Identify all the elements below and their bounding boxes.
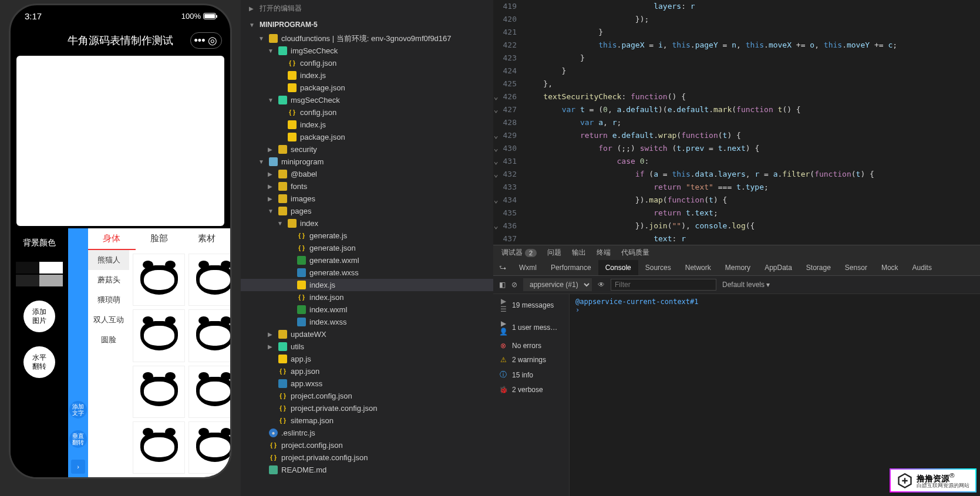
sticker-category[interactable]: 圆脸	[88, 330, 129, 350]
devtools-tab-memory[interactable]: Memory	[718, 260, 757, 275]
devtools-tab-console[interactable]: Console	[598, 260, 638, 275]
console-output[interactable]: @appservice-current-context#1 ›	[570, 294, 980, 496]
sticker-item[interactable]	[188, 421, 230, 474]
verbose-count[interactable]: 🐞2 verbose	[493, 383, 569, 397]
bg-swatches[interactable]	[16, 262, 63, 286]
file-tree-item[interactable]: generate.wxss	[241, 266, 493, 279]
horizontal-flip-button[interactable]: 水平翻转	[23, 346, 55, 378]
console-filter-input[interactable]	[611, 279, 716, 291]
sticker-category[interactable]: 猥琐萌	[88, 290, 129, 310]
sticker-grid[interactable]	[129, 250, 230, 477]
file-tree-item[interactable]: { }generate.js	[241, 230, 493, 242]
file-tree-item[interactable]: ▶updateWX	[241, 328, 493, 340]
file-tree-item[interactable]: { }project.private.config.json	[241, 402, 493, 414]
console-sidebar[interactable]: ▶ ☰19 messages ▶ 👤1 user mess… ⊗No error…	[493, 294, 570, 496]
file-tree-item[interactable]: { }index.json	[241, 291, 493, 303]
file-tree-item[interactable]: ▶images	[241, 193, 493, 205]
code-body[interactable]: layers: r }); } this.pageX = i, this.pag…	[525, 0, 980, 245]
file-tree-item[interactable]: { }sitemap.json	[241, 414, 493, 427]
file-tree-item[interactable]: ▶security	[241, 143, 493, 156]
file-tree-item[interactable]: ▶fonts	[241, 180, 493, 193]
clear-console-icon[interactable]: ⊘	[511, 281, 517, 289]
devtools-tab-performance[interactable]: Performance	[544, 260, 598, 275]
sticker-item[interactable]	[133, 309, 185, 362]
devtools-panel-tabs[interactable]: ⮑ WxmlPerformanceConsoleSourcesNetworkMe…	[493, 260, 980, 276]
sticker-tab[interactable]: 素材	[183, 228, 230, 250]
context-select[interactable]: appservice (#1)	[523, 278, 592, 291]
target-icon[interactable]: ◎	[207, 35, 218, 46]
devtools-top-tabs[interactable]: 调试器 2 问题 输出 终端 代码质量	[493, 245, 980, 260]
tab-code-quality[interactable]: 代码质量	[621, 248, 649, 258]
file-tree-item[interactable]: README.md	[241, 464, 493, 476]
devtools-tab-wxml[interactable]: Wxml	[512, 260, 544, 275]
devtools-tab-sensor[interactable]: Sensor	[838, 260, 874, 275]
file-tree-item[interactable]: app.js	[241, 353, 493, 365]
msg-count[interactable]: ▶ ☰19 messages	[493, 294, 569, 316]
devtools-tab-storage[interactable]: Storage	[799, 260, 838, 275]
sticker-category[interactable]: 蘑菇头	[88, 270, 129, 290]
file-tree-item[interactable]: generate.wxml	[241, 254, 493, 266]
tab-terminal[interactable]: 终端	[597, 248, 611, 258]
file-tree-item[interactable]: ●.eslintrc.js	[241, 427, 493, 439]
file-tree-item[interactable]: index.js	[241, 279, 493, 291]
file-tree-item[interactable]: index.wxml	[241, 303, 493, 316]
capsule-controls[interactable]: ••• ◎	[190, 32, 222, 49]
sticker-item[interactable]	[133, 366, 185, 418]
add-image-button[interactable]: 添加图片	[23, 301, 55, 332]
project-root[interactable]: ▼MINIPROGRAM-5	[241, 17, 493, 32]
code-editor[interactable]: 419420421422423424425⌄ 426⌄ 427428⌄ 429⌄…	[493, 0, 980, 245]
sticker-category[interactable]: 双人互动	[88, 310, 129, 330]
file-tree-item[interactable]: ▼cloudfunctions | 当前环境: env-3gnovo9mf0f9…	[241, 32, 493, 45]
open-editors-header[interactable]: ▶打开的编辑器	[241, 0, 493, 17]
more-icon[interactable]: •••	[194, 35, 205, 46]
tab-problems[interactable]: 问题	[547, 248, 561, 258]
file-tree-item[interactable]: ▶@babel	[241, 168, 493, 180]
user-msg-count[interactable]: ▶ 👤1 user mess…	[493, 316, 569, 339]
file-tree-item[interactable]: { }app.json	[241, 365, 493, 377]
warnings-count[interactable]: ⚠2 warnings	[493, 353, 569, 367]
info-count[interactable]: ⓘ15 info	[493, 367, 569, 383]
file-tree-item[interactable]: { }config.json	[241, 106, 493, 119]
devtools-tab-mock[interactable]: Mock	[874, 260, 905, 275]
levels-dropdown[interactable]: Default levels ▾	[722, 281, 770, 289]
file-tree-item[interactable]: { }generate.json	[241, 242, 493, 254]
devtools-tab-audits[interactable]: Audits	[905, 260, 939, 275]
file-tree-item[interactable]: ▼index	[241, 217, 493, 230]
file-tree-item[interactable]: ▼imgSecCheck	[241, 45, 493, 57]
file-tree-item[interactable]: package.json	[241, 82, 493, 94]
sticker-tab[interactable]: 脸部	[136, 228, 183, 250]
file-tree-item[interactable]: ▼pages	[241, 205, 493, 217]
file-tree-item[interactable]: { }project.config.json	[241, 390, 493, 402]
file-explorer[interactable]: ▶打开的编辑器 ▼MINIPROGRAM-5 ▼cloudfunctions |…	[241, 0, 493, 496]
toggle-sidebar-icon[interactable]: ◧	[499, 281, 506, 289]
sticker-item[interactable]	[133, 254, 185, 306]
expand-icon[interactable]: ›	[71, 460, 85, 474]
sticker-item[interactable]	[188, 366, 230, 418]
devtools-tab-appdata[interactable]: AppData	[757, 260, 799, 275]
file-tree-item[interactable]: package.json	[241, 131, 493, 143]
sticker-item[interactable]	[133, 421, 185, 474]
canvas-area[interactable]	[16, 56, 224, 226]
file-tree-item[interactable]: ▼miniprogram	[241, 156, 493, 168]
sticker-tab[interactable]: 身体	[88, 228, 136, 250]
tab-debugger[interactable]: 调试器 2	[501, 248, 537, 258]
file-tree-item[interactable]: { }project.private.config.json	[241, 451, 493, 464]
file-tree-item[interactable]: { }project.config.json	[241, 439, 493, 451]
file-tree-item[interactable]: index.js	[241, 119, 493, 131]
devtools-tab-sources[interactable]: Sources	[638, 260, 678, 275]
file-tree-item[interactable]: ▶utils	[241, 340, 493, 353]
devtools-tab-network[interactable]: Network	[678, 260, 718, 275]
file-tree[interactable]: ▼cloudfunctions | 当前环境: env-3gnovo9mf0f9…	[241, 32, 493, 476]
eye-icon[interactable]: 👁	[598, 281, 605, 289]
sticker-item[interactable]	[188, 254, 230, 306]
file-tree-item[interactable]: { }config.json	[241, 57, 493, 69]
file-tree-item[interactable]: index.wxss	[241, 316, 493, 328]
add-text-button[interactable]: 添加文字	[69, 401, 87, 419]
file-tree-item[interactable]: ▼msgSecCheck	[241, 94, 493, 106]
inspect-icon[interactable]: ⮑	[493, 260, 512, 275]
tab-output[interactable]: 输出	[572, 248, 586, 258]
sticker-item[interactable]	[188, 309, 230, 362]
errors-count[interactable]: ⊗No errors	[493, 339, 569, 353]
file-tree-item[interactable]: app.wxss	[241, 377, 493, 390]
vertical-flip-button[interactable]: 垂直翻转	[69, 430, 87, 448]
